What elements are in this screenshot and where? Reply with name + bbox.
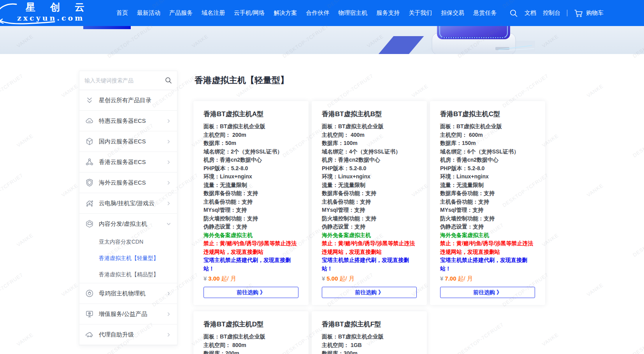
double-chevron-down-icon: [85, 96, 94, 105]
product-card: 香港BT虚拟主机F型面板：BT虚拟主机企业版主机空间： 1GB数据库：300m: [312, 311, 427, 354]
cart-label: 购物车: [586, 9, 604, 17]
search-icon[interactable]: [509, 9, 518, 17]
nav-item[interactable]: 最新活动: [137, 9, 160, 17]
sidebar-item[interactable]: 增值服务/公益产品: [79, 304, 177, 324]
sidebar-block: 国内云服务器ECS: [79, 131, 177, 152]
sidebar-subitem[interactable]: 香港虚拟主机【精品型】: [79, 267, 177, 283]
site-logo[interactable]: 星创云 zxcyun.com: [2, 1, 99, 23]
sidebar-item[interactable]: 代理自助升级: [79, 324, 177, 345]
sidebar-item[interactable]: 母鸡宿主机物理机: [79, 283, 177, 303]
product-spec-line: 防火墙控制功能：支持: [322, 214, 417, 223]
sidebar-subitem[interactable]: 亚太内容分发CDN: [79, 234, 177, 250]
watermark-text: VANKE: [16, 232, 34, 248]
watermark-text: DESKTOP-7CFRUE7: [632, 321, 644, 354]
sidebar-item[interactable]: 国内云服务器ECS: [79, 131, 177, 152]
price-currency: ¥: [322, 275, 325, 282]
product-note-blue: 宝塔主机禁止搭建代刷，发现直接删站！: [440, 256, 535, 273]
buy-button[interactable]: 前往选购 》: [322, 287, 417, 298]
product-spec-line: 机房：香港cn2数据中心: [440, 156, 535, 164]
product-spec-line: 面板：BT虚拟主机企业版: [322, 122, 417, 131]
sidebar-block: 特惠云服务器ECS: [79, 111, 177, 131]
sidebar-block: 海外云服务器ECS: [79, 173, 177, 193]
cube-icon: [85, 137, 94, 146]
cloud-icon: [85, 117, 94, 125]
hero-banner[interactable]: [0, 26, 644, 54]
nav-console-link[interactable]: 控制台: [543, 9, 560, 17]
product-spec-line: PHP版本：5.2-8.0: [204, 164, 298, 173]
sidebar-item-label: 国内云服务器ECS: [99, 138, 146, 145]
nav-item[interactable]: 合作伙伴: [306, 9, 329, 17]
product-spec-line: 数据库：200m: [204, 349, 298, 354]
sidebar-block: 香港云服务器ECS: [79, 152, 177, 173]
page-title: 香港虚拟主机【轻量型】: [195, 75, 289, 86]
search-icon[interactable]: [165, 77, 172, 84]
nav-item[interactable]: 悬赏任务: [473, 9, 497, 17]
nav-item[interactable]: 解决方案: [274, 9, 297, 17]
nav-item[interactable]: 域名注册: [202, 9, 225, 17]
watermark-text: VANKE: [411, 83, 429, 99]
sidebar-search: [79, 71, 177, 90]
sidebar-item-label: 香港云服务器ECS: [99, 159, 146, 166]
product-spec-line: 伪静态设置：支持: [322, 223, 417, 231]
nav-item[interactable]: 产品服务: [169, 9, 193, 17]
sidebar-item[interactable]: 云电脑/挂机宝/游戏云: [79, 193, 177, 213]
nav-item[interactable]: 首页: [116, 9, 128, 17]
product-spec-line: 面板：BT虚拟主机企业版: [440, 122, 535, 131]
product-spec-line: 主机备份功能：支持: [204, 198, 298, 206]
cart-link[interactable]: 购物车: [574, 9, 604, 17]
nav-item[interactable]: 物理宿主机: [338, 9, 367, 17]
product-spec-line: 数据库备份功能：支持: [322, 189, 417, 198]
watermark-text: VANKE: [60, 282, 79, 298]
nav-item[interactable]: 关于我们: [409, 9, 432, 17]
product-spec-line: 数据库备份功能：支持: [440, 189, 535, 198]
nav-item[interactable]: 云手机/网络: [234, 9, 265, 17]
price-amount: 7.00: [445, 275, 456, 282]
product-spec-line: 环境：Linux+nginx: [440, 173, 535, 181]
sidebar-item[interactable]: 海外云服务器ECS: [79, 173, 177, 193]
chevron-right-icon: [166, 180, 171, 185]
product-spec-line: 环境：Linux+nginx: [322, 173, 417, 181]
watermark-text: VANKE: [586, 183, 604, 198]
product-spec-line: 主机空间： 800m: [204, 341, 298, 350]
nav-item[interactable]: 服务支持: [376, 9, 400, 17]
sidebar-item[interactable]: 特惠云服务器ECS: [79, 111, 177, 131]
product-price: ¥7.00起/ 月: [440, 275, 535, 283]
chevron-down-icon: [166, 221, 171, 227]
product-note-red: 禁止：黄/赌/钓鱼/诱导/涉黑等禁止违法违规网站，发现直接删站: [440, 239, 535, 256]
product-spec-line: 面板：BT虚拟主机企业版: [322, 333, 417, 341]
watermark-text: DESKTOP-7CFRUE7: [632, 222, 644, 258]
product-spec-line: 流量：无流量限制: [440, 181, 535, 190]
price-suffix: 起/ 月: [221, 275, 236, 282]
product-spec-line: 伪静态设置：支持: [204, 223, 298, 231]
price-suffix: 起/ 月: [340, 275, 354, 282]
product-name: 香港BT虚拟主机D型: [204, 320, 298, 329]
product-card-grid: 香港BT虚拟主机A型面板：BT虚拟主机企业版主机空间： 200m数据库：50m域…: [193, 101, 548, 354]
sidebar-subitem-active[interactable]: 香港虚拟主机【轻量型】: [79, 250, 177, 267]
product-spec-line: 伪静态设置：支持: [440, 223, 535, 231]
price-amount: 3.00: [208, 275, 219, 282]
watermark-text: DESKTOP-7CFRUE7: [0, 73, 24, 109]
product-name: 香港BT虚拟主机C型: [440, 110, 535, 119]
product-spec-line: 主机备份功能：支持: [440, 198, 535, 206]
product-note-green: 海外免备案虚拟主机: [440, 231, 535, 240]
product-spec-line: 主机空间： 600m: [440, 131, 535, 140]
watermark-text: DESKTOP-7CFRUE7: [0, 272, 24, 308]
sidebar-item[interactable]: 香港云服务器ECS: [79, 152, 177, 172]
product-spec-line: 主机空间： 200m: [204, 131, 298, 140]
sidebar-block: 云电脑/挂机宝/游戏云: [79, 193, 177, 214]
product-note-blue: 宝塔主机禁止搭建代刷，发现直接删站！: [322, 256, 417, 273]
watermark-text: VANKE: [16, 332, 34, 347]
buy-button[interactable]: 前往选购 》: [204, 287, 298, 298]
sidebar-search-input[interactable]: [84, 77, 165, 84]
buy-button[interactable]: 前往选购 》: [440, 287, 535, 298]
chevron-right-icon: [166, 119, 171, 124]
product-card: 香港BT虚拟主机C型面板：BT虚拟主机企业版主机空间： 600m数据库：150m…: [430, 101, 545, 305]
sidebar-item[interactable]: 内容分发/虚拟主机: [79, 214, 177, 234]
sidebar-item-label: 增值服务/公益产品: [99, 310, 147, 318]
product-spec-line: 防火墙控制功能：支持: [440, 214, 535, 223]
sidebar-item-label: 星创云所有产品目录: [99, 97, 151, 104]
nav-item[interactable]: 担保交易: [441, 9, 464, 17]
product-name: 香港BT虚拟主机F型: [322, 320, 417, 329]
sidebar-item[interactable]: 星创云所有产品目录: [79, 90, 177, 110]
nav-docs-link[interactable]: 文档: [525, 9, 536, 17]
